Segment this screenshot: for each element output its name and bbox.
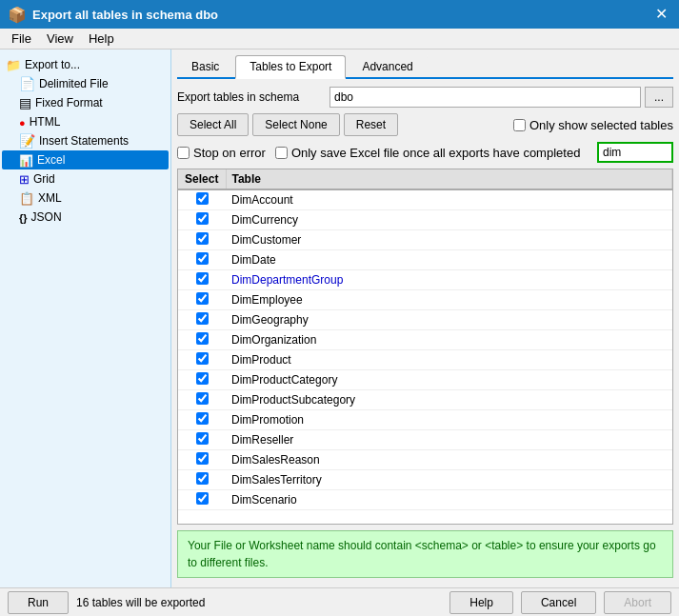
run-button[interactable]: Run bbox=[8, 591, 69, 614]
row-checkbox-cell[interactable] bbox=[178, 450, 226, 470]
row-checkbox[interactable] bbox=[196, 472, 209, 485]
row-table-name: DimAccount bbox=[226, 189, 672, 210]
row-checkbox[interactable] bbox=[196, 452, 209, 465]
row-checkbox[interactable] bbox=[196, 272, 209, 285]
row-table-name: DimProductSubcategory bbox=[226, 390, 672, 410]
row-checkbox-cell[interactable] bbox=[178, 350, 226, 370]
bottom-buttons: Help Cancel Abort bbox=[449, 591, 671, 614]
row-checkbox[interactable] bbox=[196, 332, 209, 345]
sidebar-label-json: JSON bbox=[31, 210, 62, 224]
row-checkbox[interactable] bbox=[196, 352, 209, 365]
row-checkbox-cell[interactable] bbox=[178, 410, 226, 430]
cancel-button[interactable]: Cancel bbox=[521, 591, 596, 614]
schema-label: Export tables in schema bbox=[177, 90, 330, 104]
row-checkbox-cell[interactable] bbox=[178, 390, 226, 410]
main-container: 📁Export to...📄Delimited File▤Fixed Forma… bbox=[0, 50, 679, 587]
help-button[interactable]: Help bbox=[449, 591, 513, 614]
only-show-selected-checkbox[interactable] bbox=[513, 119, 526, 131]
menu-help[interactable]: Help bbox=[81, 30, 122, 47]
row-checkbox-cell[interactable] bbox=[178, 370, 226, 390]
excel-icon: 📊 bbox=[19, 152, 33, 168]
row-table-name: DimReseller bbox=[226, 430, 672, 450]
insert-statements-icon: 📝 bbox=[19, 133, 35, 149]
row-checkbox-cell[interactable] bbox=[178, 330, 226, 350]
only-save-excel-label[interactable]: Only save Excel file once all exports ha… bbox=[275, 146, 581, 160]
stop-on-error-checkbox[interactable] bbox=[177, 147, 190, 159]
status-text: 16 tables will be exported bbox=[76, 596, 442, 609]
row-checkbox[interactable] bbox=[196, 232, 209, 245]
filter-input[interactable] bbox=[597, 142, 673, 163]
row-table-name: DimCustomer bbox=[226, 230, 672, 250]
schema-input[interactable] bbox=[330, 87, 641, 108]
abort-button[interactable]: Abort bbox=[604, 591, 671, 614]
row-checkbox[interactable] bbox=[196, 392, 209, 405]
sidebar-item-insert-statements[interactable]: 📝Insert Statements bbox=[2, 131, 169, 150]
title-text: Export all tables in schema dbo bbox=[32, 8, 651, 22]
only-show-selected-label[interactable]: Only show selected tables bbox=[513, 118, 673, 132]
row-checkbox-cell[interactable] bbox=[178, 310, 226, 330]
row-checkbox-cell[interactable] bbox=[178, 230, 226, 250]
row-table-name: DimGeography bbox=[226, 310, 672, 330]
col-table: Table bbox=[226, 169, 672, 189]
row-checkbox[interactable] bbox=[196, 212, 209, 225]
sidebar-label-insert-statements: Insert Statements bbox=[39, 134, 129, 148]
sidebar-item-json[interactable]: {}JSON bbox=[2, 208, 169, 227]
menu-view[interactable]: View bbox=[39, 30, 81, 47]
export-to-icon: 📁 bbox=[6, 57, 21, 72]
info-box: Your File or Worksheet name should conta… bbox=[177, 530, 673, 578]
table-row: DimReseller bbox=[178, 430, 672, 450]
row-checkbox-cell[interactable] bbox=[178, 189, 226, 210]
row-checkbox-cell[interactable] bbox=[178, 430, 226, 450]
row-checkbox[interactable] bbox=[196, 192, 209, 205]
table-row: DimGeography bbox=[178, 310, 672, 330]
sidebar-item-xml[interactable]: 📋XML bbox=[2, 189, 169, 208]
row-checkbox-cell[interactable] bbox=[178, 290, 226, 310]
row-checkbox-cell[interactable] bbox=[178, 250, 226, 270]
row-checkbox[interactable] bbox=[196, 312, 209, 325]
tab-basic[interactable]: Basic bbox=[177, 55, 233, 77]
row-checkbox[interactable] bbox=[196, 412, 209, 425]
options-row: Stop on error Only save Excel file once … bbox=[177, 142, 673, 163]
menu-bar: File View Help bbox=[0, 29, 679, 50]
table-row: DimOrganization bbox=[178, 330, 672, 350]
sidebar-item-excel[interactable]: 📊Excel bbox=[2, 150, 169, 169]
row-checkbox[interactable] bbox=[196, 492, 209, 505]
row-checkbox[interactable] bbox=[196, 252, 209, 265]
row-table-name: DimPromotion bbox=[226, 410, 672, 430]
sidebar-item-grid[interactable]: ⊞Grid bbox=[2, 169, 169, 189]
table-row: DimProductSubcategory bbox=[178, 390, 672, 410]
row-table-name: DimSalesReason bbox=[226, 450, 672, 470]
row-checkbox[interactable] bbox=[196, 372, 209, 385]
menu-file[interactable]: File bbox=[4, 30, 39, 47]
select-none-button[interactable]: Select None bbox=[252, 113, 339, 136]
row-checkbox[interactable] bbox=[196, 292, 209, 305]
only-save-excel-checkbox[interactable] bbox=[275, 147, 288, 159]
browse-button[interactable]: ... bbox=[645, 87, 673, 108]
xml-icon: 📋 bbox=[19, 190, 34, 206]
tab-advanced[interactable]: Advanced bbox=[348, 55, 427, 77]
select-all-button[interactable]: Select All bbox=[177, 113, 249, 136]
table-row: DimAccount bbox=[178, 189, 672, 210]
sidebar-item-html[interactable]: ●HTML bbox=[2, 112, 169, 131]
html-icon: ● bbox=[19, 114, 26, 129]
row-checkbox[interactable] bbox=[196, 432, 209, 445]
tab-tables-to-export[interactable]: Tables to Export bbox=[235, 55, 346, 79]
delimited-file-icon: 📄 bbox=[19, 76, 35, 91]
sidebar-item-export-to[interactable]: 📁Export to... bbox=[2, 55, 169, 74]
row-checkbox-cell[interactable] bbox=[178, 210, 226, 230]
row-checkbox-cell[interactable] bbox=[178, 270, 226, 290]
close-button[interactable]: ✕ bbox=[651, 7, 671, 22]
table-row: DimProduct bbox=[178, 350, 672, 370]
sidebar-item-delimited-file[interactable]: 📄Delimited File bbox=[2, 74, 169, 93]
row-checkbox-cell[interactable] bbox=[178, 470, 226, 490]
reset-button[interactable]: Reset bbox=[344, 113, 398, 136]
right-panel: BasicTables to ExportAdvanced Export tab… bbox=[171, 50, 679, 587]
row-checkbox-cell[interactable] bbox=[178, 490, 226, 510]
row-table-name: DimCurrency bbox=[226, 210, 672, 230]
table-row: DimScenario bbox=[178, 490, 672, 510]
schema-row: Export tables in schema ... bbox=[177, 87, 673, 108]
sidebar-label-delimited-file: Delimited File bbox=[39, 77, 109, 90]
sidebar-item-fixed-format[interactable]: ▤Fixed Format bbox=[2, 93, 169, 112]
stop-on-error-label[interactable]: Stop on error bbox=[177, 146, 266, 160]
sidebar-label-html: HTML bbox=[30, 115, 61, 129]
